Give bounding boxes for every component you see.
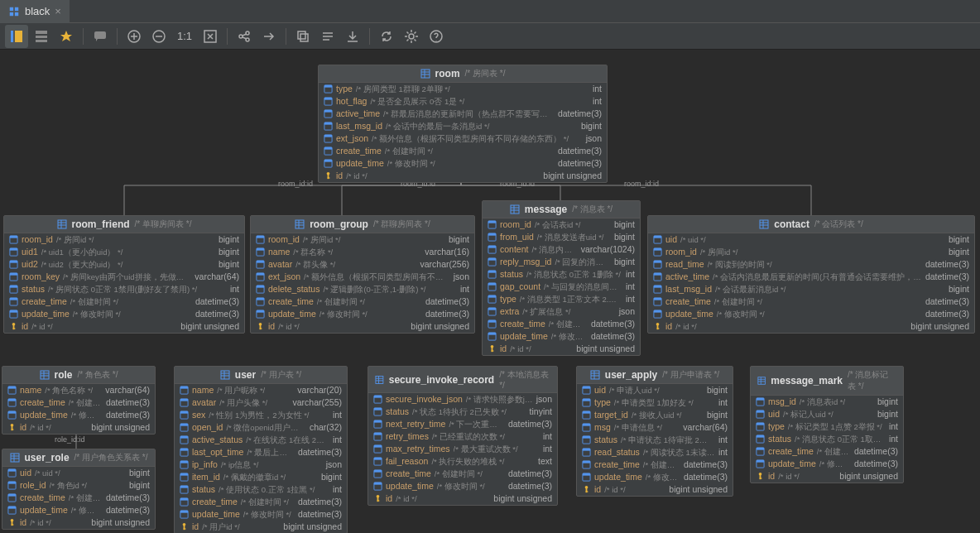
table-column[interactable]: name/* 群名称 */varchar(16) [251,246,474,258]
table-column[interactable]: role_id/* 角色id */bigint [2,479,155,492]
table-user_apply[interactable]: user_apply /* 用户申请表 */uid/* 申请人uid */big… [576,366,733,497]
zoom-out-btn[interactable] [147,25,171,48]
table-column[interactable]: create_time/* 创建时间 */datetime(3) [648,295,974,308]
list-btn[interactable] [316,25,339,48]
settings-btn[interactable] [400,25,423,48]
table-column[interactable]: id/* id */bigint unsigned [4,320,244,333]
table-column[interactable]: read_status/* 阅读状态 1未读 2已读 */int [577,446,733,459]
table-column[interactable]: uid1/* uid1（更小的uid） */bigint [4,246,244,258]
table-column[interactable]: sex/* 性别 1为男性，2为女性 */int [175,409,347,421]
table-column[interactable]: id/* id */bigint unsigned [2,516,155,529]
export-btn[interactable] [341,25,364,48]
table-column[interactable]: id/* id */bigint unsigned [319,170,607,182]
table-column[interactable]: room_key/* 房间key由两个uid拼接，先做排序uid1_uid2 *… [4,271,244,283]
table-column[interactable]: avatar/* 用户头像 */varchar(255) [175,396,347,409]
table-column[interactable]: id/* id */bigint unsigned [368,492,557,505]
table-column[interactable]: last_msg_id/* 会话最新消息id */bigint [648,283,974,295]
table-column[interactable]: msg/* 申请信息 */varchar(64) [577,421,733,434]
table-column[interactable]: secure_invoke_json/* 请求快照参数json */json [368,393,557,406]
table-column[interactable]: uid/* 标记人uid */bigint [751,408,903,420]
diagram-canvas[interactable]: room_id:id room_id:id room_id:id room_id… [0,50,980,533]
table-column[interactable]: content/* 消息内容 */varchar(1024) [483,243,640,256]
table-column[interactable]: name/* 角色名称 */varchar(64) [2,384,155,396]
table-column[interactable]: ext_json/* 额外信息（根据不同类型房间有不同存储的东西） */json [251,271,474,283]
table-column[interactable]: type/* 标记类型 1点赞 2举报 */int [751,420,903,433]
table-column[interactable]: active_time/* 会话内消息最后更新的时间(只有普通会话需要维护，全员… [648,271,974,283]
table-column[interactable]: room_id/* 房间id */bigint [648,246,974,258]
table-role[interactable]: role /* 角色表 */name/* 角色名称 */varchar(64)c… [2,366,156,435]
table-column[interactable]: extra/* 扩展信息 */json [483,305,640,318]
table-column[interactable]: type/* 申请类型 1加好友 */int [577,396,733,409]
table-column[interactable]: id/* id */bigint unsigned [648,320,974,333]
table-column[interactable]: update_time/* 修改时间 */datetime(3) [319,157,607,170]
table-column[interactable]: retry_times/* 已经重试的次数 */int [368,430,557,443]
table-column[interactable]: update_time/* 修改时间 */datetime(3) [4,308,244,320]
table-column[interactable]: update_time/* 修改时间 */datetime(3) [368,480,557,492]
table-message[interactable]: message /* 消息表 */room_id/* 会话表id */bigin… [482,200,641,356]
table-column[interactable]: room_id/* 房间id */bigint [251,233,474,246]
table-column[interactable]: create_time/* 创建时间 */datetime(3) [4,295,244,308]
table-column[interactable]: ext_json/* 额外信息（根据不同类型房间有不同存储的东西） */json [319,132,607,145]
table-column[interactable]: active_time/* 群最后消息的更新时间（热点群不需要写扩散，只更新这里… [319,108,607,120]
table-column[interactable]: id/* id */bigint unsigned [577,483,733,496]
table-column[interactable]: status/* 使用状态 0.正常 1拉黑 */int [175,483,347,496]
table-column[interactable]: item_id/* 佩戴的徽章id */bigint [175,471,347,483]
table-column[interactable]: status/* 申请状态 1待审批 2同意 */int [577,434,733,446]
layout-btn-3[interactable] [55,25,78,48]
table-column[interactable]: id/* id */bigint unsigned [751,470,903,483]
table-column[interactable]: status/* 房间状态 0正常 1禁用(删好友了禁用) */int [4,283,244,295]
table-column[interactable]: create_time/* 创建时间 */datetime(3) [368,468,557,480]
table-user_role[interactable]: user_role /* 用户角色关系表 */uid/* uid */bigin… [2,449,156,530]
table-column[interactable]: status/* 消息状态 0正常 1删除 */int [483,268,640,281]
table-column[interactable]: name/* 用户昵称 */varchar(20) [175,384,347,396]
table-column[interactable]: update_time/* 修改时间 */datetime(3) [648,308,974,320]
table-column[interactable]: last_msg_id/* 会话中的最后一条消息id */bigint [319,120,607,132]
table-column[interactable]: reply_msg_id/* 回复的消息内容 */bigint [483,256,640,268]
table-column[interactable]: uid2/* uid2（更大的uid） */bigint [4,258,244,271]
table-column[interactable]: id/* id */bigint unsigned [483,343,640,355]
table-column[interactable]: uid/* uid */bigint [2,467,155,479]
comment-btn[interactable] [89,25,112,48]
table-column[interactable]: fail_reason/* 执行失败的堆栈 */text [368,455,557,468]
table-column[interactable]: create_time/* 创建时间 */datetime(3) [251,295,474,308]
fit-btn[interactable] [199,25,222,48]
table-column[interactable]: id/* 用户id */bigint unsigned [175,521,347,533]
table-column[interactable]: update_time/* 修改时间 */datetime(3) [2,504,155,516]
table-column[interactable]: update_time/* 修改时间 */datetime(3) [483,330,640,343]
table-secure_invoke_record[interactable]: secure_invoke_record /* 本地消息表 */secure_i… [368,366,558,506]
table-column[interactable]: status/* 状态 1待执行 2已失败 */tinyint [368,406,557,418]
zoom-reset-btn[interactable]: 1:1 [172,25,197,48]
table-column[interactable]: hot_flag/* 是否全员展示 0否 1是 */int [319,95,607,108]
table-column[interactable]: active_status/* 在线状态 1在线 2离线 */int [175,434,347,446]
table-column[interactable]: max_retry_times/* 最大重试次数 */int [368,443,557,455]
table-room_group[interactable]: room_group /* 群聊房间表 */room_id/* 房间id */b… [250,215,475,334]
table-column[interactable]: room_id/* 会话表id */bigint [483,218,640,231]
table-column[interactable]: avatar/* 群头像 */varchar(256) [251,258,474,271]
table-column[interactable]: from_uid/* 消息发送者uid */bigint [483,231,640,243]
tab-black[interactable]: black × [0,0,70,23]
table-column[interactable]: last_opt_time/* 最后上下线时间 */datetime(3) [175,446,347,459]
table-column[interactable]: type/* 房间类型 1群聊 2单聊 */int [319,83,607,95]
zoom-in-btn[interactable] [122,25,146,48]
table-column[interactable]: room_id/* 房间id */bigint [4,233,244,246]
table-column[interactable]: create_time/* 创建时间 */datetime(3) [483,318,640,330]
table-column[interactable]: status/* 消息状态 0正常 1取消 */int [751,433,903,445]
refresh-btn[interactable] [375,25,398,48]
table-user[interactable]: user /* 用户表 */name/* 用户昵称 */varchar(20)a… [174,366,348,533]
table-column[interactable]: uid/* 申请人uid */bigint [577,384,733,396]
table-column[interactable]: update_time/* 修改时间 */datetime(3) [577,471,733,483]
table-column[interactable]: create_time/* 创建时间 */datetime(3) [577,459,733,471]
table-message_mark[interactable]: message_mark /* 消息标记表 */msg_id/* 消息表id *… [750,366,904,483]
layout-btn-2[interactable] [30,25,53,48]
table-column[interactable]: id/* id */bigint unsigned [251,320,474,333]
table-column[interactable]: id/* id */bigint unsigned [2,421,155,434]
table-column[interactable]: create_time/* 创建时间 */datetime(3) [2,396,155,409]
close-icon[interactable]: × [55,5,61,17]
table-column[interactable]: update_time/* 修改时间 */datetime(3) [175,508,347,521]
layout-btn-1[interactable] [5,25,28,48]
table-column[interactable]: gap_count/* 与回复的消息间隔多少条 */int [483,281,640,293]
table-column[interactable]: msg_id/* 消息表id */bigint [751,396,903,408]
help-btn[interactable] [425,25,448,48]
jump-btn[interactable] [257,25,281,48]
copy-btn[interactable] [291,25,315,48]
